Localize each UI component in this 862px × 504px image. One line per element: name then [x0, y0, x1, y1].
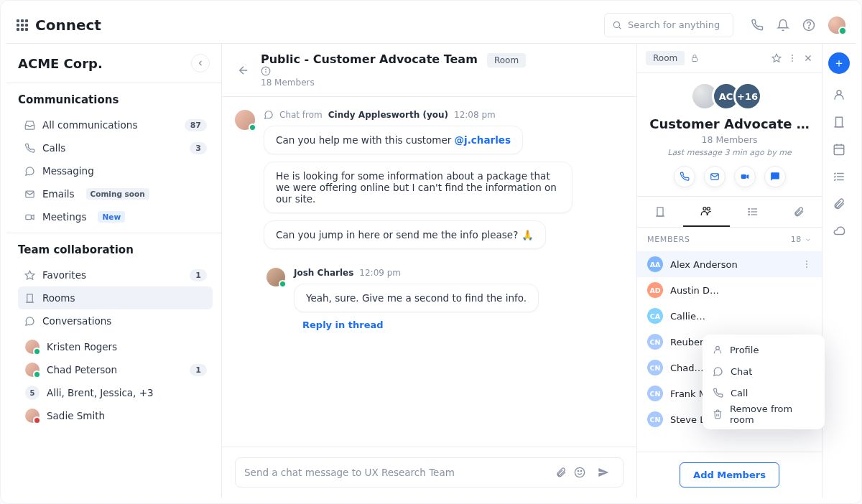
rail-contacts[interactable] — [833, 88, 845, 101]
conversation-name: Kristen Rogers — [47, 341, 117, 353]
sidebar-item-calls[interactable]: Calls3 — [18, 136, 213, 159]
reply-in-thread-link[interactable]: Reply in thread — [302, 319, 384, 330]
details-hero: AC +16 Customer Advocate … 18 Members La… — [637, 73, 822, 197]
conversation-item[interactable]: Sadie Smith — [18, 404, 213, 427]
menu-item-call[interactable]: Call — [707, 382, 820, 403]
mention[interactable]: @j.charles — [455, 134, 511, 146]
action-call[interactable] — [674, 166, 695, 187]
conversation-item[interactable]: Kristen Rogers — [18, 335, 213, 358]
svg-point-21 — [792, 60, 793, 62]
member-context-menu[interactable]: ProfileChatCallRemove from room — [703, 335, 825, 429]
member-overflow-count[interactable]: +16 — [733, 82, 762, 111]
app-logo[interactable]: Connect — [17, 17, 101, 34]
members-heading-row: MEMBERS 18 — [637, 228, 822, 251]
member-actions-button[interactable] — [802, 259, 812, 269]
message-composer[interactable]: Send a chat message to UX Research Team — [235, 457, 624, 487]
building-icon — [654, 206, 666, 218]
svg-rect-44 — [834, 145, 844, 155]
last-message-note: Last message 3 min ago by me — [646, 148, 813, 157]
svg-point-41 — [837, 90, 841, 95]
attachment-icon[interactable] — [555, 467, 567, 478]
chat-icon — [264, 110, 274, 120]
menu-item-label: Call — [731, 388, 748, 398]
menu-item-label: Profile — [730, 345, 759, 355]
rail-tasks[interactable] — [833, 170, 845, 183]
chevron-down-icon — [805, 236, 812, 243]
sidebar-item-label: Rooms — [42, 292, 75, 304]
conversation-name: Chad Peterson — [47, 364, 117, 375]
members-icon — [700, 205, 712, 217]
conversation-scroll[interactable]: Chat from Cindy Applesworth (you) 12:08 … — [222, 97, 636, 447]
help-icon[interactable] — [802, 19, 815, 32]
tab-activity[interactable] — [730, 197, 776, 227]
svg-marker-6 — [32, 215, 34, 219]
sidebar-item-emails[interactable]: EmailsComing soon — [18, 182, 213, 205]
svg-point-14 — [575, 467, 584, 477]
close-icon[interactable] — [803, 53, 813, 63]
compose-fab[interactable]: ＋ — [828, 52, 850, 74]
phone-icon — [713, 388, 723, 398]
info-icon[interactable] — [261, 66, 530, 76]
global-search[interactable]: Search for anything — [604, 13, 733, 37]
contact-avatar — [25, 409, 40, 423]
star-icon[interactable] — [771, 53, 782, 63]
rail-buildings[interactable] — [833, 116, 845, 129]
svg-point-13 — [266, 69, 267, 70]
svg-point-15 — [578, 470, 578, 471]
sidebar-item-conversations[interactable]: Conversations — [18, 309, 213, 332]
room-chip: Room — [646, 51, 685, 65]
contact-avatar — [25, 363, 40, 377]
building-icon — [24, 293, 35, 304]
menu-item-remove-from-room[interactable]: Remove from room — [707, 403, 820, 425]
member-row[interactable]: CACallie… — [637, 303, 822, 329]
details-tabs — [637, 197, 822, 228]
action-video[interactable] — [734, 166, 756, 187]
member-name: Chad… — [670, 363, 704, 373]
action-email[interactable] — [704, 166, 726, 187]
phone-icon[interactable] — [751, 19, 764, 32]
message-bubble: Can you jump in here or send me the info… — [264, 220, 546, 249]
svg-point-34 — [749, 208, 749, 209]
rail-calendar[interactable] — [833, 143, 845, 156]
member-row[interactable]: ADAustin D… — [637, 277, 822, 303]
tab-files[interactable] — [776, 197, 822, 227]
message-bubble: He is looking for some information about… — [264, 162, 573, 213]
quick-actions — [646, 166, 813, 187]
svg-point-30 — [708, 207, 710, 210]
sidebar-item-messaging[interactable]: Messaging — [18, 159, 213, 182]
sidebar-item-all-communications[interactable]: All communications87 — [18, 113, 213, 136]
collapse-sidebar-button[interactable] — [191, 54, 210, 73]
message-header: Chat from Cindy Applesworth (you) 12:08 … — [264, 110, 496, 120]
emoji-icon[interactable] — [574, 467, 585, 478]
member-avatar-initials: AD — [647, 282, 663, 298]
sidebar-item-favorites[interactable]: Favorites1 — [18, 263, 213, 286]
action-chat[interactable] — [764, 166, 786, 187]
send-button[interactable] — [593, 462, 614, 483]
sidebar-item-label: Messaging — [42, 165, 94, 177]
add-members-button[interactable]: Add Members — [680, 462, 779, 487]
conversation-item[interactable]: Chad Peterson1 — [18, 358, 213, 381]
menu-item-profile[interactable]: Profile — [707, 339, 820, 360]
svg-point-0 — [613, 22, 619, 27]
conversation-item[interactable]: 5Alli, Brent, Jessica, +3 — [18, 381, 213, 404]
profile-avatar[interactable] — [828, 17, 845, 34]
back-button[interactable] — [235, 64, 252, 77]
rail-cloud[interactable] — [833, 225, 845, 238]
kebab-menu-icon[interactable] — [787, 53, 797, 63]
sidebar: ACME Corp. Communications All communicat… — [6, 44, 222, 498]
member-row[interactable]: AAAlex Anderson — [637, 251, 822, 277]
bell-icon[interactable] — [777, 19, 789, 32]
menu-item-chat[interactable]: Chat — [707, 360, 820, 382]
sidebar-comms: Communications All communications87Calls… — [6, 83, 221, 233]
tab-overview[interactable] — [637, 197, 683, 227]
message-group: Chat from Cindy Applesworth (you) 12:08 … — [235, 110, 624, 256]
sidebar-item-meetings[interactable]: MeetingsNew — [18, 205, 213, 228]
sidebar-item-rooms[interactable]: Rooms — [18, 286, 213, 309]
members-count-toggle[interactable]: 18 — [791, 235, 812, 244]
rail-files[interactable] — [833, 197, 845, 210]
tab-members[interactable] — [683, 197, 729, 227]
details-panel: Room AC +16 Customer Advocate … 18 Membe… — [637, 44, 822, 498]
svg-rect-27 — [657, 207, 663, 216]
chat-subtitle: 18 Members — [261, 78, 530, 88]
member-name: Alex Anderson — [670, 259, 738, 270]
